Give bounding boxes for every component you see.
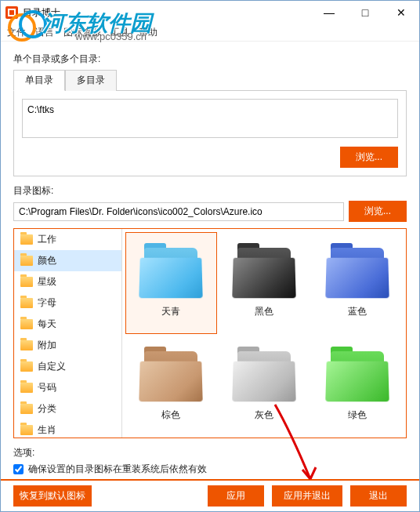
app-icon bbox=[5, 6, 18, 19]
maximize-button[interactable]: □ bbox=[347, 1, 383, 24]
icon-grid: 天青黑色蓝色棕色灰色绿色 bbox=[122, 229, 406, 438]
folder-icon bbox=[20, 383, 33, 393]
close-button[interactable]: ✕ bbox=[383, 1, 419, 24]
sidebar-item[interactable]: 自定义 bbox=[14, 356, 121, 377]
preserve-after-reinstall-checkbox[interactable] bbox=[13, 464, 24, 474]
icon-cell[interactable]: 绿色 bbox=[311, 336, 403, 438]
icon-cell-label: 天青 bbox=[161, 305, 180, 318]
icon-path-label: 目录图标: bbox=[13, 184, 407, 198]
sidebar-item[interactable]: 生肖 bbox=[14, 419, 121, 438]
icon-cell[interactable]: 灰色 bbox=[219, 336, 310, 438]
icon-cell[interactable]: 蓝色 bbox=[311, 232, 403, 334]
sidebar-item-label: 分类 bbox=[38, 402, 56, 416]
menubar: 文件 语言 图标资源 工具 帮助 bbox=[1, 24, 419, 42]
sidebar-item[interactable]: 分类 bbox=[14, 398, 121, 419]
large-folder-icon bbox=[233, 351, 295, 402]
dir-path-input[interactable] bbox=[22, 99, 398, 138]
dir-tabs: 单目录 多目录 bbox=[13, 69, 407, 91]
large-folder-icon bbox=[139, 248, 202, 299]
sidebar-item-label: 工作 bbox=[38, 233, 56, 246]
sidebar-item-label: 生肖 bbox=[38, 423, 56, 437]
folder-icon bbox=[20, 234, 33, 245]
menu-help[interactable]: 帮助 bbox=[139, 26, 158, 39]
folder-icon bbox=[20, 340, 33, 350]
sidebar-item[interactable]: 字母 bbox=[14, 292, 121, 314]
options-label: 选项: bbox=[13, 446, 407, 459]
apply-button[interactable]: 应用 bbox=[208, 485, 264, 507]
titlebar: 目录博士 — □ ✕ bbox=[1, 1, 419, 24]
preserve-after-reinstall-label: 确保设置的目录图标在重装系统后依然有效 bbox=[28, 463, 207, 476]
sidebar-item[interactable]: 附加 bbox=[14, 335, 121, 356]
menu-iconres[interactable]: 图标资源 bbox=[63, 26, 101, 39]
icon-cell-label: 灰色 bbox=[255, 409, 273, 422]
large-folder-icon bbox=[139, 351, 202, 402]
sidebar-item-label: 星级 bbox=[38, 275, 56, 289]
icon-cell[interactable]: 天青 bbox=[125, 232, 217, 334]
dir-prompt-label: 单个目录或多个目录: bbox=[13, 53, 407, 66]
icon-cell-label: 绿色 bbox=[348, 409, 367, 422]
sidebar-item[interactable]: 号码 bbox=[14, 377, 121, 398]
sidebar-item[interactable]: 工作 bbox=[14, 229, 121, 250]
icon-cell-label: 黑色 bbox=[255, 305, 273, 318]
menu-tools[interactable]: 工具 bbox=[110, 26, 129, 39]
sidebar-item-label: 自定义 bbox=[38, 360, 66, 373]
folder-icon bbox=[20, 298, 33, 308]
sidebar-item-label: 每天 bbox=[38, 318, 56, 331]
folder-icon bbox=[20, 256, 33, 266]
browse-dir-button[interactable]: 浏览... bbox=[340, 147, 398, 168]
folder-icon bbox=[20, 425, 33, 435]
menu-lang[interactable]: 语言 bbox=[35, 26, 54, 39]
folder-icon bbox=[20, 277, 33, 287]
tab-single-dir[interactable]: 单目录 bbox=[13, 70, 65, 91]
window-title: 目录博士 bbox=[23, 6, 311, 20]
menu-file[interactable]: 文件 bbox=[7, 26, 26, 39]
icon-cell[interactable]: 棕色 bbox=[125, 336, 217, 438]
sidebar-item[interactable]: 每天 bbox=[14, 314, 121, 335]
apply-exit-button[interactable]: 应用并退出 bbox=[272, 485, 342, 507]
icon-cell-label: 棕色 bbox=[161, 409, 180, 422]
sidebar-item-label: 字母 bbox=[38, 296, 56, 310]
exit-button[interactable]: 退出 bbox=[350, 485, 407, 507]
category-sidebar: 工作颜色星级字母每天附加自定义号码分类生肖Folders bbox=[14, 229, 122, 438]
large-folder-icon bbox=[326, 248, 389, 299]
folder-icon bbox=[20, 319, 33, 329]
sidebar-item-label: 颜色 bbox=[38, 254, 56, 267]
large-folder-icon bbox=[326, 351, 389, 402]
sidebar-item[interactable]: 星级 bbox=[14, 271, 121, 292]
icon-browser: 工作颜色星级字母每天附加自定义号码分类生肖Folders 天青黑色蓝色棕色灰色绿… bbox=[13, 228, 407, 438]
icon-cell[interactable]: 黑色 bbox=[219, 232, 310, 334]
folder-icon bbox=[20, 404, 33, 414]
tab-multi-dir[interactable]: 多目录 bbox=[65, 70, 117, 91]
icon-cell-label: 蓝色 bbox=[348, 305, 367, 318]
folder-icon bbox=[20, 361, 33, 372]
large-folder-icon bbox=[233, 248, 295, 299]
minimize-button[interactable]: — bbox=[311, 1, 347, 24]
sidebar-item-label: 附加 bbox=[38, 339, 56, 352]
bottom-toolbar: 恢复到默认图标 应用 应用并退出 退出 bbox=[1, 479, 419, 511]
icon-path-input[interactable] bbox=[13, 202, 344, 221]
restore-default-button[interactable]: 恢复到默认图标 bbox=[13, 485, 92, 507]
sidebar-item-label: 号码 bbox=[38, 381, 56, 394]
browse-icon-button[interactable]: 浏览... bbox=[349, 201, 407, 222]
sidebar-item[interactable]: 颜色 bbox=[14, 250, 121, 271]
